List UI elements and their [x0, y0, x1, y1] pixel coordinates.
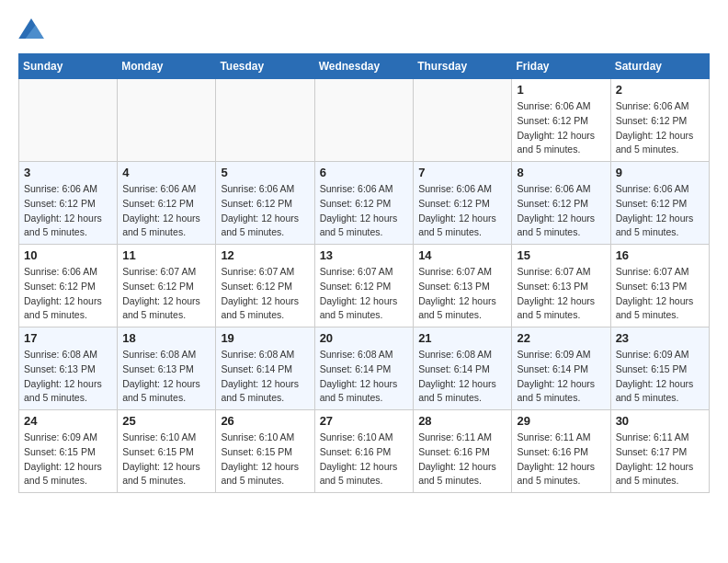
calendar-cell: 30Sunrise: 6:11 AMSunset: 6:17 PMDayligh…	[610, 410, 709, 493]
day-info: Sunrise: 6:06 AMSunset: 6:12 PMDaylight:…	[221, 182, 309, 240]
calendar-cell: 22Sunrise: 6:09 AMSunset: 6:14 PMDayligh…	[512, 327, 610, 410]
weekday-header-sunday: Sunday	[19, 54, 118, 79]
calendar-cell: 26Sunrise: 6:10 AMSunset: 6:15 PMDayligh…	[216, 410, 314, 493]
calendar-week-row: 3Sunrise: 6:06 AMSunset: 6:12 PMDaylight…	[19, 162, 710, 245]
calendar-cell: 15Sunrise: 6:07 AMSunset: 6:13 PMDayligh…	[512, 245, 610, 327]
day-info: Sunrise: 6:07 AMSunset: 6:12 PMDaylight:…	[221, 265, 309, 323]
weekday-header-wednesday: Wednesday	[314, 54, 414, 79]
day-number: 25	[122, 414, 210, 428]
calendar-cell: 4Sunrise: 6:06 AMSunset: 6:12 PMDaylight…	[118, 162, 216, 245]
day-number: 16	[616, 248, 704, 262]
day-info: Sunrise: 6:06 AMSunset: 6:12 PMDaylight:…	[320, 182, 409, 240]
day-number: 13	[320, 248, 409, 262]
day-info: Sunrise: 6:08 AMSunset: 6:13 PMDaylight:…	[24, 348, 112, 406]
day-number: 27	[320, 414, 409, 428]
calendar-cell	[216, 79, 314, 162]
day-info: Sunrise: 6:10 AMSunset: 6:15 PMDaylight:…	[122, 431, 210, 488]
calendar-cell: 27Sunrise: 6:10 AMSunset: 6:16 PMDayligh…	[314, 410, 414, 493]
calendar-cell: 28Sunrise: 6:11 AMSunset: 6:16 PMDayligh…	[414, 410, 512, 493]
calendar-cell	[118, 79, 216, 162]
day-info: Sunrise: 6:06 AMSunset: 6:12 PMDaylight:…	[517, 99, 605, 157]
day-number: 17	[24, 331, 112, 345]
calendar-header-row: SundayMondayTuesdayWednesdayThursdayFrid…	[19, 54, 710, 79]
day-number: 1	[517, 83, 605, 97]
day-info: Sunrise: 6:09 AMSunset: 6:15 PMDaylight:…	[616, 348, 704, 406]
day-info: Sunrise: 6:07 AMSunset: 6:13 PMDaylight:…	[418, 265, 506, 323]
calendar-cell: 25Sunrise: 6:10 AMSunset: 6:15 PMDayligh…	[118, 410, 216, 493]
calendar-cell: 11Sunrise: 6:07 AMSunset: 6:12 PMDayligh…	[118, 245, 216, 327]
day-info: Sunrise: 6:06 AMSunset: 6:12 PMDaylight:…	[24, 265, 112, 323]
weekday-header-tuesday: Tuesday	[216, 54, 314, 79]
day-number: 11	[122, 248, 210, 262]
day-info: Sunrise: 6:07 AMSunset: 6:13 PMDaylight:…	[517, 265, 605, 323]
calendar-cell: 13Sunrise: 6:07 AMSunset: 6:12 PMDayligh…	[314, 245, 414, 327]
calendar-week-row: 24Sunrise: 6:09 AMSunset: 6:15 PMDayligh…	[19, 410, 710, 493]
day-info: Sunrise: 6:07 AMSunset: 6:12 PMDaylight:…	[320, 265, 409, 323]
calendar-cell: 7Sunrise: 6:06 AMSunset: 6:12 PMDaylight…	[414, 162, 512, 245]
weekday-header-thursday: Thursday	[414, 54, 512, 79]
day-number: 15	[517, 248, 605, 262]
day-number: 2	[616, 83, 704, 97]
day-number: 9	[616, 166, 704, 179]
day-info: Sunrise: 6:08 AMSunset: 6:13 PMDaylight:…	[122, 348, 210, 406]
day-number: 19	[221, 331, 309, 345]
day-number: 21	[418, 331, 506, 345]
calendar-cell	[314, 79, 414, 162]
day-number: 30	[616, 414, 704, 428]
day-number: 5	[221, 166, 309, 179]
day-info: Sunrise: 6:06 AMSunset: 6:12 PMDaylight:…	[122, 182, 210, 240]
day-info: Sunrise: 6:07 AMSunset: 6:12 PMDaylight:…	[122, 265, 210, 323]
calendar-week-row: 17Sunrise: 6:08 AMSunset: 6:13 PMDayligh…	[19, 327, 710, 410]
day-number: 23	[616, 331, 704, 345]
calendar-cell: 20Sunrise: 6:08 AMSunset: 6:14 PMDayligh…	[314, 327, 414, 410]
day-info: Sunrise: 6:07 AMSunset: 6:13 PMDaylight:…	[616, 265, 704, 323]
logo-icon	[18, 18, 44, 39]
page-header	[18, 18, 710, 39]
calendar-cell: 19Sunrise: 6:08 AMSunset: 6:14 PMDayligh…	[216, 327, 314, 410]
day-number: 10	[24, 248, 112, 262]
calendar-cell: 29Sunrise: 6:11 AMSunset: 6:16 PMDayligh…	[512, 410, 610, 493]
calendar-cell: 9Sunrise: 6:06 AMSunset: 6:12 PMDaylight…	[610, 162, 709, 245]
day-info: Sunrise: 6:06 AMSunset: 6:12 PMDaylight:…	[616, 182, 704, 240]
day-number: 18	[122, 331, 210, 345]
day-info: Sunrise: 6:06 AMSunset: 6:12 PMDaylight:…	[24, 182, 112, 240]
calendar-cell: 16Sunrise: 6:07 AMSunset: 6:13 PMDayligh…	[610, 245, 709, 327]
day-info: Sunrise: 6:10 AMSunset: 6:16 PMDaylight:…	[320, 431, 409, 488]
day-number: 14	[418, 248, 506, 262]
calendar-cell: 3Sunrise: 6:06 AMSunset: 6:12 PMDaylight…	[19, 162, 118, 245]
calendar-cell	[19, 79, 118, 162]
day-info: Sunrise: 6:09 AMSunset: 6:14 PMDaylight:…	[517, 348, 605, 406]
calendar-table: SundayMondayTuesdayWednesdayThursdayFrid…	[18, 53, 710, 493]
day-number: 3	[24, 166, 112, 179]
calendar-cell: 23Sunrise: 6:09 AMSunset: 6:15 PMDayligh…	[610, 327, 709, 410]
day-number: 26	[221, 414, 309, 428]
calendar-cell: 21Sunrise: 6:08 AMSunset: 6:14 PMDayligh…	[414, 327, 512, 410]
weekday-header-saturday: Saturday	[610, 54, 709, 79]
day-info: Sunrise: 6:08 AMSunset: 6:14 PMDaylight:…	[320, 348, 409, 406]
day-number: 4	[122, 166, 210, 179]
calendar-cell	[414, 79, 512, 162]
day-number: 20	[320, 331, 409, 345]
day-number: 8	[517, 166, 605, 179]
day-number: 6	[320, 166, 409, 179]
day-info: Sunrise: 6:06 AMSunset: 6:12 PMDaylight:…	[517, 182, 605, 240]
day-info: Sunrise: 6:08 AMSunset: 6:14 PMDaylight:…	[418, 348, 506, 406]
day-number: 22	[517, 331, 605, 345]
day-info: Sunrise: 6:08 AMSunset: 6:14 PMDaylight:…	[221, 348, 309, 406]
weekday-header-monday: Monday	[118, 54, 216, 79]
calendar-cell: 18Sunrise: 6:08 AMSunset: 6:13 PMDayligh…	[118, 327, 216, 410]
logo	[18, 18, 48, 39]
day-info: Sunrise: 6:10 AMSunset: 6:15 PMDaylight:…	[221, 431, 309, 488]
day-info: Sunrise: 6:11 AMSunset: 6:16 PMDaylight:…	[517, 431, 605, 488]
day-info: Sunrise: 6:06 AMSunset: 6:12 PMDaylight:…	[616, 99, 704, 157]
calendar-cell: 6Sunrise: 6:06 AMSunset: 6:12 PMDaylight…	[314, 162, 414, 245]
day-info: Sunrise: 6:09 AMSunset: 6:15 PMDaylight:…	[24, 431, 112, 488]
day-number: 28	[418, 414, 506, 428]
day-number: 12	[221, 248, 309, 262]
calendar-week-row: 1Sunrise: 6:06 AMSunset: 6:12 PMDaylight…	[19, 79, 710, 162]
calendar-cell: 10Sunrise: 6:06 AMSunset: 6:12 PMDayligh…	[19, 245, 118, 327]
calendar-cell: 17Sunrise: 6:08 AMSunset: 6:13 PMDayligh…	[19, 327, 118, 410]
day-number: 24	[24, 414, 112, 428]
calendar-cell: 8Sunrise: 6:06 AMSunset: 6:12 PMDaylight…	[512, 162, 610, 245]
day-number: 7	[418, 166, 506, 179]
